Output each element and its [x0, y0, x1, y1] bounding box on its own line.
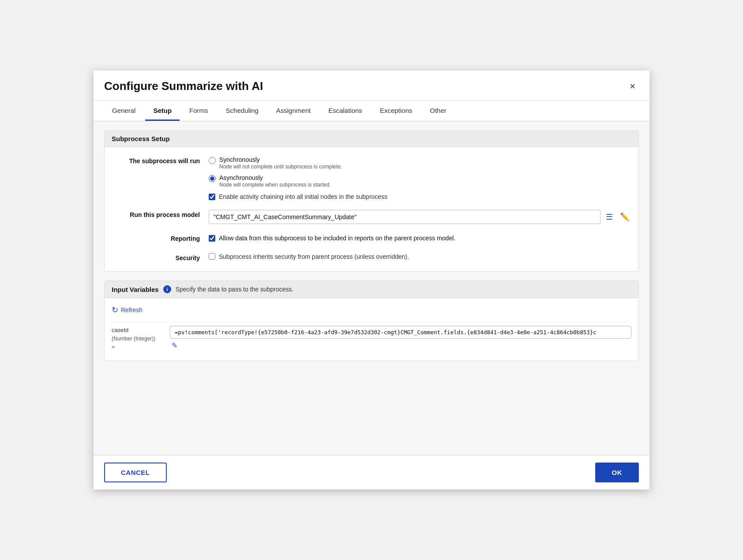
security-label: Security: [112, 253, 209, 263]
subprocess-setup-header: Subprocess Setup: [105, 131, 638, 147]
tab-exceptions[interactable]: Exceptions: [372, 101, 420, 121]
reporting-label: Reporting: [112, 234, 209, 243]
subprocess-run-label: The subprocess will run: [112, 156, 209, 166]
input-vars-header: Input Variables i Specify the data to pa…: [105, 281, 638, 298]
tab-assignment[interactable]: Assignment: [268, 101, 319, 121]
security-row: Security Subprocess inherits security fr…: [112, 253, 631, 263]
security-control: Subprocess inherits security from parent…: [209, 253, 631, 260]
cancel-button[interactable]: CANCEL: [104, 463, 167, 482]
refresh-label: Refresh: [121, 306, 143, 314]
subprocess-setup-body: The subprocess will run Synchronously No…: [105, 147, 638, 271]
run-radio-group: Synchronously Node will not complete unt…: [209, 156, 631, 188]
reporting-control: Allow data from this subprocess to be in…: [209, 234, 631, 243]
refresh-button[interactable]: ↻ Refresh: [112, 304, 143, 316]
sync-radio[interactable]: [209, 157, 216, 164]
var-value-caseid: =pv!comments['recordType!{e57250b0-f216-…: [170, 326, 631, 339]
process-model-input[interactable]: [209, 210, 600, 224]
process-model-control: ☰ ✏️: [209, 210, 631, 224]
reporting-row: Reporting Allow data from this subproces…: [112, 234, 631, 243]
pencil-icon: ✏️: [620, 212, 630, 222]
var-equals: =: [112, 343, 165, 351]
sync-label: Synchronously: [219, 156, 342, 163]
process-model-label: Run this process model: [112, 210, 209, 220]
subprocess-run-control: Synchronously Node will not complete unt…: [209, 156, 631, 200]
async-label: Asynchronously: [219, 174, 331, 181]
input-vars-title: Input Variables: [112, 286, 159, 293]
process-model-input-row: ☰ ✏️: [209, 210, 631, 224]
async-desc: Node will complete when subprocess is st…: [219, 182, 331, 188]
edit-icon-button[interactable]: ✏️: [618, 210, 631, 224]
var-label-caseid: caseId (Number (Integer)) =: [112, 326, 165, 351]
reporting-check-row: Allow data from this subprocess to be in…: [209, 234, 631, 243]
async-radio[interactable]: [209, 175, 216, 182]
chaining-label: Enable activity chaining into all initia…: [219, 193, 387, 200]
reporting-check-label: Allow data from this subprocess to be in…: [219, 234, 455, 243]
security-check-row: Subprocess inherits security from parent…: [209, 253, 631, 260]
edit-small-icon: ✎: [172, 342, 177, 349]
tab-general[interactable]: General: [104, 101, 143, 121]
tab-forms[interactable]: Forms: [181, 101, 216, 121]
refresh-icon: ↻: [112, 305, 118, 315]
input-vars-body: ↻ Refresh caseId (Number (Integer)) = =p…: [105, 298, 638, 361]
input-variables-section: Input Variables i Specify the data to pa…: [104, 280, 639, 361]
sync-option: Synchronously Node will not complete unt…: [209, 156, 631, 170]
async-option: Asynchronously Node will complete when s…: [209, 174, 631, 188]
configure-dialog: Configure Summarize with AI × General Se…: [94, 71, 649, 489]
tab-escalations[interactable]: Escalations: [320, 101, 370, 121]
var-name: caseId: [112, 326, 165, 335]
security-check-label: Subprocess inherits security from parent…: [219, 253, 409, 260]
close-button[interactable]: ×: [626, 80, 639, 93]
tab-other[interactable]: Other: [422, 101, 454, 121]
input-vars-info-text: Specify the data to pass to the subproce…: [176, 286, 294, 293]
chaining-checkbox[interactable]: [209, 194, 215, 200]
list-icon-button[interactable]: ☰: [604, 210, 615, 224]
dialog-footer: CANCEL OK: [94, 455, 649, 489]
var-value-wrapper: =pv!comments['recordType!{e57250b0-f216-…: [170, 326, 631, 350]
dialog-body: Subprocess Setup The subprocess will run…: [94, 121, 649, 455]
var-row-caseid: caseId (Number (Integer)) = =pv!comments…: [112, 322, 631, 355]
process-model-row: Run this process model ☰ ✏️: [112, 210, 631, 224]
dialog-title: Configure Summarize with AI: [104, 79, 263, 93]
security-checkbox[interactable]: [209, 253, 215, 260]
ok-button[interactable]: OK: [595, 463, 639, 482]
tabs-bar: General Setup Forms Scheduling Assignmen…: [94, 101, 649, 121]
info-icon: i: [163, 285, 171, 293]
dialog-header: Configure Summarize with AI ×: [94, 71, 649, 101]
subprocess-run-row: The subprocess will run Synchronously No…: [112, 156, 631, 200]
var-type: (Number (Integer)): [112, 335, 165, 343]
subprocess-setup-section: Subprocess Setup The subprocess will run…: [104, 130, 639, 272]
tab-scheduling[interactable]: Scheduling: [218, 101, 266, 121]
var-edit-button[interactable]: ✎: [170, 341, 179, 350]
reporting-checkbox[interactable]: [209, 235, 215, 242]
list-icon: ☰: [606, 212, 613, 222]
sync-desc: Node will not complete until subprocess …: [219, 164, 342, 170]
chaining-row: Enable activity chaining into all initia…: [209, 193, 631, 200]
tab-setup[interactable]: Setup: [145, 101, 180, 121]
